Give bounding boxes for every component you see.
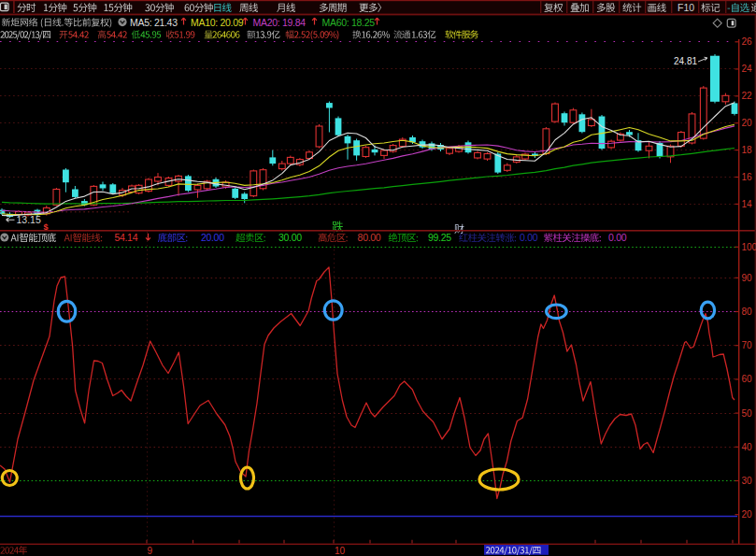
svg-text:90: 90	[742, 273, 753, 283]
svg-text:F10: F10	[678, 2, 694, 13]
svg-text:20.00: 20.00	[201, 232, 224, 243]
svg-text:14: 14	[742, 199, 753, 209]
svg-text:MA10: 20.09: MA10: 20.09	[191, 17, 244, 28]
svg-text:100: 100	[742, 242, 756, 252]
svg-text:MA20: 19.84: MA20: 19.84	[253, 17, 307, 28]
svg-text:80.00: 80.00	[358, 232, 381, 243]
svg-text:24.81: 24.81	[674, 56, 697, 66]
svg-text:70: 70	[742, 340, 753, 350]
svg-text:54.14: 54.14	[114, 232, 137, 243]
svg-text:13.15: 13.15	[17, 214, 41, 225]
svg-text:16: 16	[742, 172, 753, 182]
svg-text:50: 50	[742, 408, 753, 419]
svg-text:99.25: 99.25	[428, 232, 451, 243]
svg-text:MA60: 18.25: MA60: 18.25	[322, 17, 376, 28]
svg-text:24: 24	[742, 64, 753, 74]
svg-text:80: 80	[742, 307, 753, 317]
svg-text:18: 18	[742, 145, 753, 155]
svg-text:30.00: 30.00	[278, 232, 302, 243]
svg-text:MA5: 21.43: MA5: 21.43	[130, 17, 178, 28]
svg-text:9: 9	[148, 546, 153, 556]
svg-text:10: 10	[335, 546, 346, 556]
svg-text:20: 20	[742, 509, 753, 520]
svg-text:22: 22	[742, 91, 753, 101]
svg-text:20: 20	[742, 118, 753, 128]
svg-text:0.00: 0.00	[520, 232, 538, 243]
svg-text:40: 40	[742, 442, 753, 452]
svg-text:30: 30	[742, 476, 753, 486]
svg-text:0.00: 0.00	[608, 232, 627, 243]
svg-text:26: 26	[742, 36, 753, 47]
svg-text:60: 60	[742, 374, 753, 384]
